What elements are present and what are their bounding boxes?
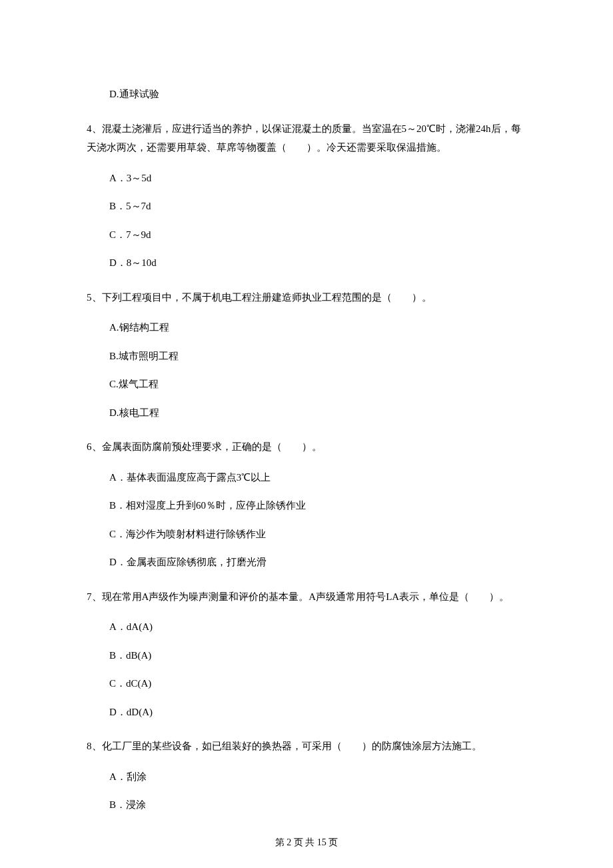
q6-option-d: D．金属表面应除锈彻底，打磨光滑 bbox=[109, 555, 526, 570]
q4-option-c: C．7～9d bbox=[109, 227, 526, 243]
q3-option-d: D.通球试验 bbox=[109, 87, 526, 102]
q7-option-a: A．dA(A) bbox=[109, 619, 526, 635]
q7-option-d: D．dD(A) bbox=[109, 705, 526, 720]
q7-option-c: C．dC(A) bbox=[109, 676, 526, 691]
q6-option-a: A．基体表面温度应高于露点3℃以上 bbox=[109, 470, 526, 485]
q5-option-c: C.煤气工程 bbox=[109, 377, 526, 392]
q8-option-b: B．浸涂 bbox=[109, 797, 526, 813]
q5-option-a: A.钢结构工程 bbox=[109, 320, 526, 335]
q7-option-b: B．dB(A) bbox=[109, 648, 526, 663]
q5-option-b: B.城市照明工程 bbox=[109, 349, 526, 364]
q4-option-a: A．3～5d bbox=[109, 171, 526, 186]
page-footer: 第 2 页 共 15 页 bbox=[0, 835, 613, 849]
q8-stem: 8、化工厂里的某些设备，如已组装好的换热器，可采用（ ）的防腐蚀涂层方法施工。 bbox=[87, 737, 526, 756]
q5-stem: 5、下列工程项目中，不属于机电工程注册建造师执业工程范围的是（ ）。 bbox=[87, 288, 526, 307]
q8-option-a: A．刮涂 bbox=[109, 769, 526, 785]
q6-stem: 6、金属表面防腐前预处理要求，正确的是（ ）。 bbox=[87, 437, 526, 457]
q4-stem: 4、混凝土浇灌后，应进行适当的养护，以保证混凝土的质量。当室温在5～20℃时，浇… bbox=[87, 119, 526, 157]
q6-option-b: B．相对湿度上升到60％时，应停止除锈作业 bbox=[109, 498, 526, 513]
q4-option-b: B．5～7d bbox=[109, 199, 526, 214]
q7-stem: 7、现在常用A声级作为噪声测量和评价的基本量。A声级通常用符号LA表示，单位是（… bbox=[87, 587, 526, 607]
q5-option-d: D.核电工程 bbox=[109, 405, 526, 421]
q6-option-c: C．海沙作为喷射材料进行除锈作业 bbox=[109, 527, 526, 542]
q4-option-d: D．8～10d bbox=[109, 255, 526, 271]
